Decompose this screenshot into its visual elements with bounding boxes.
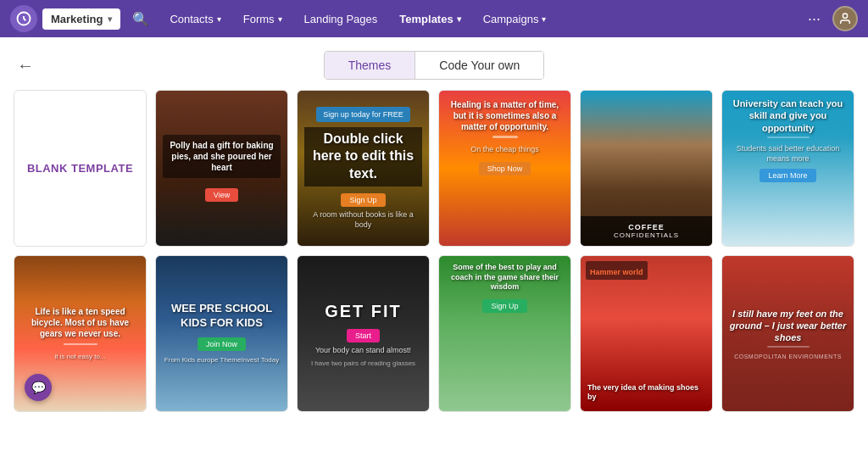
blank-template-label: BLANK TEMPLATE xyxy=(27,162,133,175)
chat-widget[interactable]: 💬 xyxy=(25,374,52,401)
nav-campaigns[interactable]: Campaigns ▾ xyxy=(475,9,555,29)
svg-line-2 xyxy=(24,19,25,20)
marketing-dropdown[interactable]: Marketing ▾ xyxy=(42,8,120,30)
more-options[interactable]: ··· xyxy=(801,7,827,31)
fitness-footer: I have two pairs of reading glasses xyxy=(311,359,415,367)
dropdown-arrow: ▾ xyxy=(108,14,112,24)
nav-templates[interactable]: Templates ▾ xyxy=(391,9,469,29)
template-motivate[interactable]: I still have my feet on the ground – I j… xyxy=(721,255,854,412)
shoes-title: The very idea of making shoes by xyxy=(587,383,705,403)
university-title: University can teach you skill and give … xyxy=(729,97,847,134)
nav-landing-pages[interactable]: Landing Pages xyxy=(296,9,387,29)
template-grid: BLANK TEMPLATE Polly had a gift for baki… xyxy=(0,90,868,426)
template-health[interactable]: Healing is a matter of time, but it is s… xyxy=(438,90,571,247)
fitness-subtitle: Your body can stand almost! xyxy=(315,346,411,356)
coffee-confidentials-label: COFFEE xyxy=(584,223,709,231)
kids-title: WEE pre school KIDS FOR KIDS xyxy=(163,302,281,331)
motivate-title: I still have my feet on the ground – I j… xyxy=(729,308,847,344)
main-content: ← Themes Code Your own BLANK TEMPLATE Po… xyxy=(0,37,868,451)
soccer-btn[interactable]: Sign Up xyxy=(482,299,526,313)
tab-group: Themes Code Your own xyxy=(324,51,545,80)
bakery-btn[interactable]: View xyxy=(205,188,238,202)
tab-themes[interactable]: Themes xyxy=(325,52,416,79)
kids-subtitle: From Kids europe ThemeInvest Today xyxy=(164,356,279,365)
search-icon[interactable]: 🔍 xyxy=(125,8,156,31)
forms-arrow: ▾ xyxy=(278,14,282,24)
bakery-title: Polly had a gift for baking pies, and sh… xyxy=(168,140,275,173)
fitness-btn[interactable]: Start xyxy=(347,329,380,342)
health-btn[interactable]: Shop Now xyxy=(479,162,531,175)
nav-contacts[interactable]: Contacts ▾ xyxy=(161,9,229,29)
university-subtitle: Students said better education means mor… xyxy=(729,144,847,164)
nav-forms[interactable]: Forms ▾ xyxy=(235,9,291,29)
user-avatar[interactable] xyxy=(832,6,858,31)
back-button[interactable]: ← xyxy=(17,56,34,75)
template-kids[interactable]: WEE pre school KIDS FOR KIDS Join Now Fr… xyxy=(155,255,288,412)
book-subtitle: A room without books is like a body xyxy=(304,210,422,230)
kids-btn[interactable]: Join Now xyxy=(198,337,246,351)
templates-arrow: ▾ xyxy=(457,14,461,24)
campaigns-arrow: ▾ xyxy=(542,14,546,24)
tab-code-your-own[interactable]: Code Your own xyxy=(415,52,543,79)
header-row: ← Themes Code Your own xyxy=(0,37,868,90)
book-signup-note: Sign up today for FREE xyxy=(316,107,410,122)
motivate-subtitle: COSMOPOLITAN ENVIRONMENTS xyxy=(734,354,842,359)
contacts-arrow: ▾ xyxy=(217,14,221,24)
top-navigation: Marketing ▾ 🔍 Contacts ▾ Forms ▾ Landing… xyxy=(0,0,868,37)
shoes-hammer-label: Hammer world xyxy=(590,268,643,276)
template-soccer[interactable]: Some of the best to play and coach in th… xyxy=(438,255,571,412)
template-fitness[interactable]: GET FIT Start Your body can stand almost… xyxy=(297,255,430,412)
health-title: Healing is a matter of time, but it is s… xyxy=(446,99,564,132)
book-title: Double click here to edit this text. xyxy=(304,127,422,187)
health-subtitle: On the cheap things xyxy=(470,145,539,155)
template-shoes[interactable]: Hammer world The very idea of making sho… xyxy=(580,255,713,412)
university-btn[interactable]: Learn More xyxy=(760,169,815,182)
quote-subtitle: it is not easy to... xyxy=(54,353,105,361)
svg-point-3 xyxy=(843,14,847,18)
template-university[interactable]: University can teach you skill and give … xyxy=(721,90,854,247)
template-coffee[interactable]: Coffee Bar COFFEE CONFIDENTIALS xyxy=(580,90,713,247)
template-book[interactable]: Sign up today for FREE Double click here… xyxy=(297,90,430,247)
fitness-title: GET FIT xyxy=(325,300,402,322)
quote-title: Life is like a ten speed bicycle. Most o… xyxy=(21,306,139,339)
template-bakery[interactable]: Polly had a gift for baking pies, and sh… xyxy=(155,90,288,247)
template-blank[interactable]: BLANK TEMPLATE xyxy=(14,90,147,247)
book-btn[interactable]: Sign Up xyxy=(341,193,385,207)
app-logo[interactable] xyxy=(10,5,37,32)
coffee-confidentials-sub: CONFIDENTIALS xyxy=(584,231,709,239)
template-quote[interactable]: Life is like a ten speed bicycle. Most o… xyxy=(14,255,147,412)
soccer-title: Some of the best to play and coach in th… xyxy=(446,263,564,292)
